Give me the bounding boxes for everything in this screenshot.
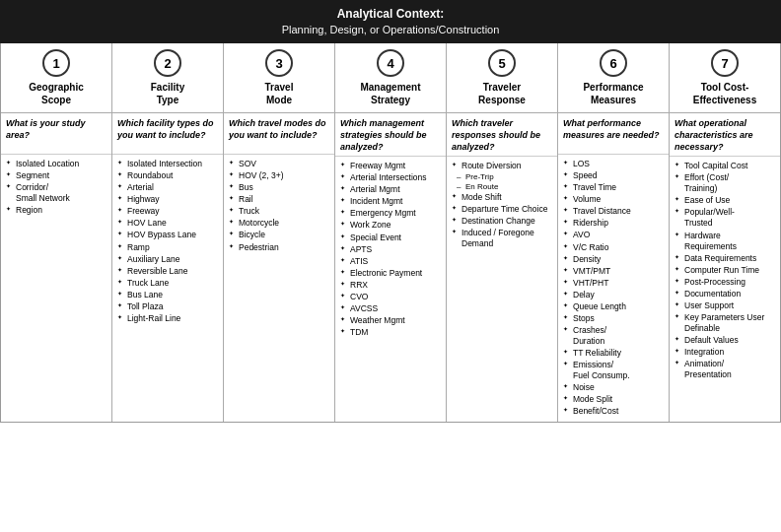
list-item: Integration [674,347,775,358]
list-item: RRX [340,280,441,291]
list-item: HOV Lane [117,218,218,229]
sub-list-item: Pre-Trip [452,172,552,181]
list-item: Queue Length [563,301,664,312]
header: Analytical Context: Planning, Design, or… [0,0,781,43]
col-number-2: 2 [154,49,181,77]
list-item: Popular/Well- Trusted [674,207,775,229]
list-item: Isolated Intersection [117,159,218,169]
list-item: AVO [563,230,664,240]
col-header-7: 7Tool Cost- Effectiveness [670,43,780,113]
list-item: Roundabout [117,170,218,181]
list-item: Computer Run Time [674,265,775,276]
list-item: LOS [563,159,664,169]
list-item: Freeway Mgmt [340,161,441,171]
list-item: HOV (2, 3+) [229,170,329,181]
list-item: Travel Time [563,182,664,193]
col-header-2: 2Facility Type [112,43,223,113]
col-title-1: Geographic Scope [29,81,84,106]
list-item: Documentation [674,289,775,299]
list-item: Speed [563,170,664,181]
col-header-5: 5Traveler Response [447,43,557,113]
col-number-3: 3 [265,49,293,77]
list-item: Emergency Mgmt [340,208,441,219]
list-item: Freeway [117,206,218,217]
list-item: Pedestrian [229,242,329,253]
column-4: 4Management StrategyWhich management str… [335,43,447,422]
col-header-6: 6Performance Measures [558,43,669,113]
list-item: Ramp [117,242,218,253]
col-number-1: 1 [42,49,70,77]
list-item: Incident Mgmt [340,196,441,207]
col-number-4: 4 [377,49,404,77]
list-item: Route Diversion [452,161,552,171]
list-item: Data Requirements [674,253,775,264]
col-items-6: LOSSpeedTravel TimeVolumeTravel Distance… [558,155,669,422]
col-title-2: Facility Type [151,81,184,106]
list-item: Work Zone [340,220,441,231]
col-question-1: What is your study area? [1,113,111,155]
list-item: Density [563,254,664,265]
list-item: Key Parameters User Definable [674,312,775,334]
list-item: Mode Split [563,394,664,405]
col-question-6: What performance measures are needed? [558,113,669,155]
col-header-3: 3Travel Mode [224,43,334,113]
list-item: TDM [340,327,441,338]
list-item: Light-Rail Line [117,313,218,324]
col-question-2: Which facility types do you want to incl… [112,113,223,155]
list-item: Volume [563,194,664,205]
list-item: AVCSS [340,303,441,314]
list-item: Destination Change [452,216,552,227]
column-6: 6Performance MeasuresWhat performance me… [558,43,670,422]
col-number-7: 7 [711,49,739,77]
list-item: Induced / Foregone Demand [452,228,552,249]
list-item: User Support [674,300,775,311]
list-item: Noise [563,382,664,393]
col-items-4: Freeway MgmtArterial IntersectionsArteri… [335,157,446,422]
list-item: Delay [563,290,664,300]
col-title-6: Performance Measures [583,81,643,106]
col-items-5: Route DiversionPre-TripEn RouteMode Shif… [447,157,557,422]
list-item: Ridership [563,218,664,229]
column-7: 7Tool Cost- EffectivenessWhat operationa… [670,43,780,422]
list-item: VHT/PHT [563,278,664,289]
list-item: Arterial Intersections [340,172,441,183]
col-items-3: SOVHOV (2, 3+)BusRailTruckMotorcycleBicy… [224,155,334,422]
list-item: Arterial [117,182,218,193]
list-item: Mode Shift [452,192,552,203]
list-item: Truck Lane [117,278,218,289]
list-item: Travel Distance [563,206,664,217]
list-item: SOV [229,159,329,169]
list-item: Ease of Use [674,195,775,206]
list-item: Rail [229,194,329,205]
list-item: Default Values [674,335,775,346]
col-question-3: Which travel modes do you want to includ… [224,113,334,155]
list-item: Effort (Cost/ Training) [674,172,775,194]
col-title-4: Management Strategy [360,81,420,106]
list-item: CVO [340,292,441,302]
columns-container: 1Geographic ScopeWhat is your study area… [0,43,781,423]
column-2: 2Facility TypeWhich facility types do yo… [112,43,224,422]
list-item: Highway [117,194,218,205]
col-header-4: 4Management Strategy [335,43,446,113]
list-item: Animation/ Presentation [674,359,775,380]
col-header-1: 1Geographic Scope [1,43,111,113]
list-item: HOV Bypass Lane [117,230,218,240]
col-items-2: Isolated IntersectionRoundaboutArterialH… [112,155,223,422]
list-item: Truck [229,206,329,217]
list-item: Crashes/ Duration [563,325,664,347]
col-items-7: Tool Capital CostEffort (Cost/ Training)… [670,157,780,422]
column-5: 5Traveler ResponseWhich traveler respons… [447,43,558,422]
sub-list-item: En Route [452,182,552,191]
list-item: Special Event [340,233,441,243]
list-item: Auxiliary Lane [117,254,218,265]
col-number-6: 6 [600,49,627,77]
list-item: Motorcycle [229,218,329,229]
list-item: TT Reliability [563,348,664,359]
list-item: Stops [563,313,664,324]
col-number-5: 5 [488,49,516,77]
list-item: Emissions/ Fuel Consump. [563,360,664,381]
list-item: Region [6,205,106,216]
list-item: Toll Plaza [117,301,218,312]
list-item: Bus [229,182,329,193]
column-3: 3Travel ModeWhich travel modes do you wa… [224,43,335,422]
